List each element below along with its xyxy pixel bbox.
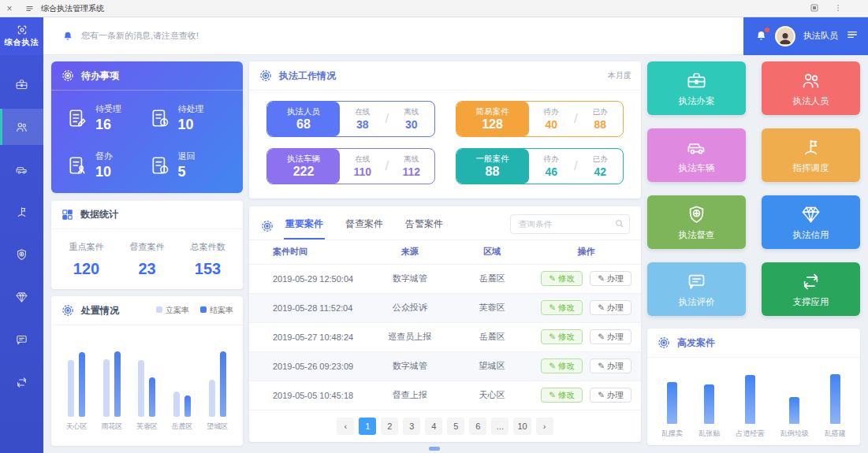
doc-edit-icon xyxy=(67,108,88,128)
tile-dispatch[interactable]: 指挥调度 xyxy=(762,128,860,182)
bar xyxy=(830,374,840,424)
sidebar-item-support-apps[interactable] xyxy=(0,364,43,400)
sidebar-item-vehicles[interactable] xyxy=(0,151,43,188)
process-button[interactable]: ✎办理 xyxy=(590,300,631,316)
shield-icon xyxy=(15,248,28,262)
bar-group: 乱摆卖 xyxy=(661,367,683,439)
page-button[interactable]: ... xyxy=(491,418,509,435)
process-button[interactable]: ✎办理 xyxy=(590,271,631,287)
todo-stat: 待受理16 xyxy=(67,103,145,133)
tab-supervision-cases[interactable]: 督查案件 xyxy=(344,213,385,239)
high-frequency-card: 高发案件 乱摆卖乱张贴占道经营乱倒垃圾乱搭建 xyxy=(647,329,860,445)
stat-item: 总案件数153 xyxy=(191,241,225,278)
pencil-icon: ✎ xyxy=(549,274,556,283)
app-window: × 综合执法管理系统 综合执法 您有一条新的消息,请注意查收! xyxy=(0,0,868,453)
edit-button[interactable]: ✎修改 xyxy=(541,388,583,403)
period-label[interactable]: 本月度 xyxy=(608,70,631,81)
shield-icon xyxy=(686,204,707,225)
process-button[interactable]: ✎办理 xyxy=(590,388,631,403)
search-icon[interactable] xyxy=(614,218,624,228)
sidebar: 综合执法 xyxy=(0,17,43,453)
bar-label: 岳麓区 xyxy=(172,421,193,432)
sidebar-item-supervision[interactable] xyxy=(0,236,43,273)
tile-case-handling[interactable]: 执法办案 xyxy=(647,61,746,115)
sidebar-item-case-handling[interactable] xyxy=(0,66,43,102)
divider xyxy=(385,158,389,174)
window-titlebar: × 综合执法管理系统 xyxy=(0,0,868,17)
pencil-icon: ✎ xyxy=(549,391,556,399)
table-row: 2019-05-29 12:50:04数字城管岳麓区 ✎修改✎办理 xyxy=(249,264,641,293)
prev-page-button[interactable]: ‹ xyxy=(337,418,354,435)
disposition-card-title: 处置情况 xyxy=(81,304,119,317)
hamburger-menu-icon[interactable] xyxy=(846,28,859,44)
tile-vehicles[interactable]: 执法车辆 xyxy=(647,128,746,182)
divider xyxy=(574,158,578,174)
pagination: ‹123456...10› xyxy=(249,410,641,435)
page-button[interactable]: 1 xyxy=(359,418,376,435)
high-frequency-card-title: 高发案件 xyxy=(677,336,715,350)
scrollbar-thumb[interactable] xyxy=(429,447,440,451)
tile-personnel[interactable]: 执法人员 xyxy=(762,61,860,115)
bar-group: 望城区 xyxy=(207,335,228,432)
page-button[interactable]: 3 xyxy=(403,418,420,435)
tile-evaluation[interactable]: 执法评价 xyxy=(647,262,746,316)
tile-supervision[interactable]: 执法督查 xyxy=(647,195,746,249)
close-icon[interactable]: × xyxy=(0,3,19,14)
high-frequency-chart: 乱摆卖乱张贴占道经营乱倒垃圾乱搭建 xyxy=(647,358,860,444)
sidebar-item-evaluation[interactable] xyxy=(0,321,43,358)
bar xyxy=(103,359,110,417)
tile-support-apps[interactable]: 支撑应用 xyxy=(762,262,860,316)
search-input[interactable] xyxy=(510,214,630,234)
main-content: 待办事项 待受理16 待处理10 督办10 xyxy=(43,55,868,453)
stat-pill-personnel: 执法人员68 在线38 离线30 xyxy=(266,101,435,137)
comment-icon xyxy=(15,333,28,347)
sidebar-item-dispatch[interactable] xyxy=(0,194,43,230)
tab-important-cases[interactable]: 重要案件 xyxy=(284,213,325,239)
process-button[interactable]: ✎办理 xyxy=(590,358,631,374)
notification-badge xyxy=(765,28,769,32)
bar-group: 雨花区 xyxy=(101,335,122,432)
bar xyxy=(79,352,85,417)
user-block: 执法队员 xyxy=(743,17,868,55)
page-button[interactable]: 4 xyxy=(425,418,442,435)
edit-button[interactable]: ✎修改 xyxy=(541,300,583,316)
bar xyxy=(138,360,144,417)
next-page-button[interactable]: › xyxy=(536,418,553,435)
bar-group: 芙蓉区 xyxy=(136,335,158,432)
page-button[interactable]: 5 xyxy=(447,418,464,435)
user-bell-icon[interactable] xyxy=(755,30,767,42)
target-icon xyxy=(61,303,75,317)
avatar[interactable] xyxy=(775,26,795,46)
sidebar-item-credit[interactable] xyxy=(0,279,43,315)
column-header: 来源 xyxy=(367,240,453,264)
notification-text: 您有一条新的消息,请注意查收! xyxy=(81,30,199,42)
stats-card: 数据统计 重点案件120 督查案件23 总案件数153 xyxy=(51,201,243,289)
stat-item: 重点案件120 xyxy=(69,241,104,278)
bar xyxy=(209,380,215,417)
comment-icon xyxy=(686,271,707,292)
bar xyxy=(68,360,74,417)
stats-card-title: 数据统计 xyxy=(80,208,118,221)
edit-button[interactable]: ✎修改 xyxy=(541,329,583,345)
tile-credit[interactable]: 执法信用 xyxy=(762,195,860,249)
work-card-title: 执法工作情况 xyxy=(279,69,336,83)
page-button[interactable]: 6 xyxy=(469,418,486,435)
sidebar-item-personnel[interactable] xyxy=(0,109,43,145)
more-options-icon[interactable] xyxy=(833,3,843,14)
todo-card: 待办事项 待受理16 待处理10 督办10 xyxy=(51,61,243,193)
page-button[interactable]: 10 xyxy=(513,418,531,435)
page-button[interactable]: 2 xyxy=(381,418,398,435)
window-grid-icon[interactable] xyxy=(810,3,819,14)
diamond-icon xyxy=(800,204,821,225)
divider xyxy=(385,111,389,127)
tab-alert-cases[interactable]: 告警案件 xyxy=(404,213,445,239)
pencil-icon: ✎ xyxy=(598,362,605,370)
edit-button[interactable]: ✎修改 xyxy=(541,271,583,287)
diamond-icon xyxy=(15,291,28,304)
menu-list-icon[interactable] xyxy=(25,4,35,13)
briefcase-icon xyxy=(15,78,28,91)
doc-clock-icon xyxy=(150,108,170,128)
bar xyxy=(173,392,180,417)
edit-button[interactable]: ✎修改 xyxy=(541,358,583,374)
process-button[interactable]: ✎办理 xyxy=(590,329,631,345)
